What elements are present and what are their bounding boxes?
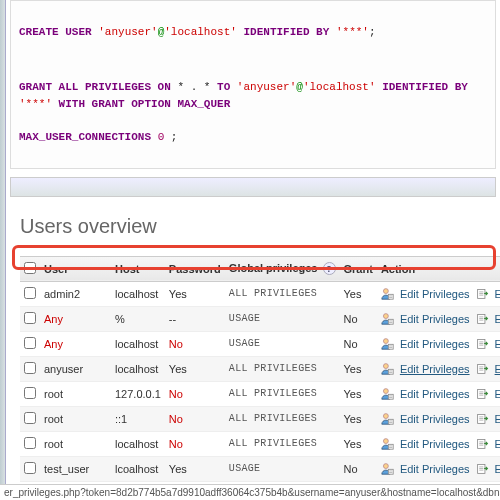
svg-point-18 — [383, 439, 388, 444]
cell-grant: Yes — [340, 406, 377, 431]
cell-grant: Yes — [340, 381, 377, 406]
cell-password: -- — [165, 306, 225, 331]
cell-host: localhost — [111, 356, 165, 381]
export-icon — [476, 312, 489, 325]
export-link[interactable]: Export — [495, 388, 500, 400]
cell-privileges: ALL PRIVILEGES — [225, 431, 340, 456]
export-link[interactable]: Export — [495, 313, 500, 325]
cell-grant: No — [340, 331, 377, 356]
toolbar — [10, 177, 496, 197]
svg-rect-19 — [388, 444, 393, 449]
col-host[interactable]: Host — [111, 256, 165, 281]
svg-point-21 — [383, 464, 388, 469]
edit-privileges-link[interactable]: Edit Privileges — [400, 463, 470, 475]
cell-password: No — [165, 431, 225, 456]
table-row: admin2localhostYesALL PRIVILEGESYesEdit … — [20, 281, 500, 306]
svg-rect-1 — [388, 294, 393, 299]
cell-user: test_user — [40, 456, 111, 481]
col-check[interactable] — [20, 256, 40, 281]
edit-privileges-link[interactable]: Edit Privileges — [400, 338, 470, 350]
row-checkbox[interactable] — [24, 362, 36, 374]
svg-point-3 — [383, 314, 388, 319]
export-link[interactable]: Export — [495, 338, 500, 350]
cell-password: Yes — [165, 281, 225, 306]
svg-rect-7 — [388, 344, 393, 349]
cell-user: root — [40, 431, 111, 456]
user-icon — [381, 287, 394, 300]
col-password[interactable]: Password — [165, 256, 225, 281]
cell-user: root — [40, 381, 111, 406]
svg-point-6 — [383, 339, 388, 344]
cell-grant: No — [340, 456, 377, 481]
edit-privileges-link[interactable]: Edit Privileges — [400, 438, 470, 450]
cell-user: root — [40, 406, 111, 431]
col-privileges[interactable]: Global privileges ? — [225, 256, 340, 281]
row-checkbox[interactable] — [24, 312, 36, 324]
cell-privileges: ALL PRIVILEGES — [225, 381, 340, 406]
cell-host: % — [111, 306, 165, 331]
table-row: root127.0.0.1NoALL PRIVILEGESYesEdit Pri… — [20, 381, 500, 406]
sql-box: CREATE USER 'anyuser'@'localhost' IDENTI… — [10, 0, 496, 169]
table-row: anyuserlocalhostYesALL PRIVILEGESYesEdit… — [20, 356, 500, 381]
export-icon — [476, 337, 489, 350]
user-icon — [381, 362, 394, 375]
cell-password: No — [165, 331, 225, 356]
help-icon[interactable]: ? — [323, 262, 336, 275]
users-table: User Host Password Global privileges ? G… — [20, 256, 500, 501]
table-row: rootlocalhostNoALL PRIVILEGESYesEdit Pri… — [20, 431, 500, 456]
cell-privileges: USAGE — [225, 456, 340, 481]
export-icon — [476, 362, 489, 375]
user-icon — [381, 462, 394, 475]
cell-user: admin2 — [40, 281, 111, 306]
edit-privileges-link[interactable]: Edit Privileges — [400, 413, 470, 425]
edit-privileges-link[interactable]: Edit Privileges — [400, 288, 470, 300]
export-link[interactable]: Export — [495, 288, 500, 300]
cell-grant: Yes — [340, 356, 377, 381]
row-checkbox[interactable] — [24, 462, 36, 474]
cell-privileges: ALL PRIVILEGES — [225, 281, 340, 306]
cell-host: localhost — [111, 281, 165, 306]
cell-host: ::1 — [111, 406, 165, 431]
row-checkbox[interactable] — [24, 437, 36, 449]
svg-point-0 — [383, 289, 388, 294]
user-icon — [381, 437, 394, 450]
table-row: Any%--USAGENoEdit PrivilegesExport — [20, 306, 500, 331]
export-link[interactable]: Export — [495, 438, 500, 450]
cell-host: localhost — [111, 331, 165, 356]
svg-rect-16 — [388, 419, 393, 424]
row-checkbox[interactable] — [24, 412, 36, 424]
cell-host: lcoalhost — [111, 456, 165, 481]
export-icon — [476, 412, 489, 425]
row-checkbox[interactable] — [24, 287, 36, 299]
user-icon — [381, 312, 394, 325]
col-user[interactable]: User — [40, 256, 111, 281]
cell-user: Any — [40, 306, 111, 331]
svg-point-15 — [383, 414, 388, 419]
export-link[interactable]: Export — [495, 363, 500, 375]
edit-privileges-link[interactable]: Edit Privileges — [400, 388, 470, 400]
row-checkbox[interactable] — [24, 337, 36, 349]
cell-host: 127.0.0.1 — [111, 381, 165, 406]
cell-grant: Yes — [340, 431, 377, 456]
export-icon — [476, 462, 489, 475]
svg-point-12 — [383, 389, 388, 394]
cell-privileges: USAGE — [225, 306, 340, 331]
col-action: Action — [377, 256, 500, 281]
row-checkbox[interactable] — [24, 387, 36, 399]
edit-privileges-link[interactable]: Edit Privileges — [400, 313, 470, 325]
cell-privileges: USAGE — [225, 331, 340, 356]
svg-rect-10 — [388, 369, 393, 374]
edit-privileges-link[interactable]: Edit Privileges — [400, 363, 470, 375]
cell-grant: No — [340, 306, 377, 331]
export-link[interactable]: Export — [495, 463, 500, 475]
user-icon — [381, 337, 394, 350]
col-grant[interactable]: Grant — [340, 256, 377, 281]
page-title: Users overview — [20, 215, 486, 238]
export-link[interactable]: Export — [495, 413, 500, 425]
cell-grant: Yes — [340, 281, 377, 306]
svg-rect-4 — [388, 319, 393, 324]
cell-password: Yes — [165, 456, 225, 481]
check-all-checkbox[interactable] — [24, 262, 36, 274]
export-icon — [476, 437, 489, 450]
cell-host: localhost — [111, 431, 165, 456]
